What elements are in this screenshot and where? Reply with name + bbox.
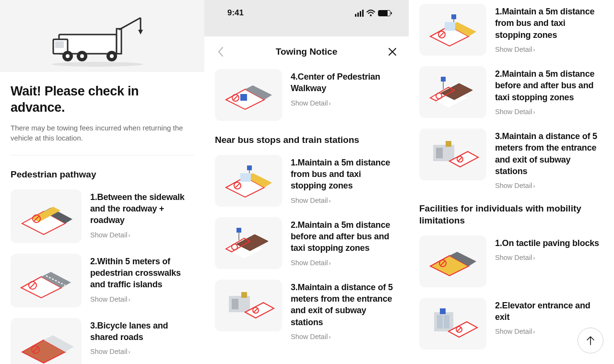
- chevron-right-icon: ›: [329, 334, 331, 341]
- svg-rect-34: [247, 165, 252, 170]
- item-title: 1.Maintain a 5m distance from bus and ta…: [495, 6, 602, 41]
- close-button[interactable]: [386, 45, 399, 59]
- svg-rect-29: [240, 94, 247, 101]
- chevron-right-icon: ›: [533, 183, 535, 189]
- svg-rect-65: [436, 148, 443, 158]
- show-detail-link[interactable]: Show Detail›: [495, 254, 602, 261]
- show-detail-link[interactable]: Show Detail›: [291, 99, 398, 107]
- chevron-right-icon: ›: [533, 329, 535, 335]
- svg-rect-41: [236, 228, 241, 233]
- hero-illustration: [0, 0, 204, 72]
- show-detail-link[interactable]: Show Detail›: [90, 348, 194, 355]
- chevron-right-icon: ›: [533, 255, 535, 261]
- chevron-right-icon: ›: [533, 47, 535, 53]
- section-title-bus: Near bus stops and train stations: [215, 134, 398, 146]
- thumbnail: [215, 155, 282, 207]
- chevron-right-icon: ›: [329, 100, 331, 107]
- show-detail-link[interactable]: Show Detail›: [90, 231, 194, 239]
- svg-point-11: [110, 54, 114, 58]
- thumbnail: [11, 189, 82, 243]
- item-title: 2.Maintain a 5m distance before and afte…: [495, 68, 602, 103]
- thumbnail: [11, 318, 82, 364]
- show-detail-link[interactable]: Show Detail›: [291, 259, 398, 267]
- item-title: 1.Between the sidewalk and the roadway +…: [90, 191, 194, 226]
- arrow-up-icon: [586, 335, 595, 346]
- wifi-icon: [366, 10, 375, 16]
- chevron-right-icon: ›: [533, 109, 535, 116]
- list-item[interactable]: 1.Maintain a 5m distance from bus and ta…: [419, 4, 602, 56]
- chevron-left-icon: [217, 47, 224, 57]
- navbar: Towing Notice: [204, 38, 409, 69]
- thumbnail: [419, 4, 486, 56]
- svg-rect-46: [232, 299, 238, 309]
- list-item[interactable]: 2.Maintain a 5m distance before and afte…: [215, 217, 398, 269]
- list-item[interactable]: 2.Elevator entrance and exit Show Detail…: [419, 298, 602, 350]
- status-time: 9:41: [227, 8, 244, 18]
- list-item[interactable]: 1.Between the sidewalk and the roadway +…: [11, 189, 194, 243]
- item-title: 1.On tactile paving blocks: [495, 237, 602, 249]
- svg-point-9: [80, 54, 84, 58]
- svg-rect-60: [441, 77, 446, 82]
- svg-rect-2: [55, 41, 64, 48]
- close-icon: [388, 47, 397, 56]
- svg-rect-3: [117, 29, 121, 54]
- chevron-right-icon: ›: [329, 260, 331, 267]
- svg-rect-55: [445, 22, 455, 31]
- svg-rect-75: [437, 315, 443, 329]
- thumbnail: [215, 69, 282, 121]
- item-title: 3.Bicycle lanes and shared roads: [90, 320, 194, 343]
- item-title: 1.Maintain a 5m distance from bus and ta…: [291, 157, 398, 192]
- list-item[interactable]: 4.Center of Pedestrian Walkway Show Deta…: [215, 69, 398, 121]
- show-detail-link[interactable]: Show Detail›: [90, 295, 194, 303]
- thumbnail: [419, 235, 486, 287]
- item-title: 2.Within 5 meters of pedestrian crosswal…: [90, 256, 194, 291]
- svg-rect-53: [451, 14, 456, 19]
- list-item[interactable]: 2.Within 5 meters of pedestrian crosswal…: [11, 254, 194, 307]
- item-title: 2.Maintain a 5m distance before and afte…: [291, 219, 398, 254]
- item-title: 3.Maintain a distance of 5 meters from t…: [291, 282, 398, 328]
- navbar-title: Towing Notice: [276, 47, 337, 57]
- thumbnail: [215, 280, 282, 331]
- show-detail-link[interactable]: Show Detail›: [291, 197, 398, 204]
- show-detail-link[interactable]: Show Detail›: [291, 333, 398, 341]
- item-title: 3.Maintain a distance of 5 meters from t…: [495, 130, 602, 177]
- status-bar: 9:41: [204, 0, 409, 26]
- list-item[interactable]: 3.Maintain a distance of 5 meters from t…: [419, 129, 602, 189]
- list-item[interactable]: 3.Bicycle lanes and shared roads Show De…: [11, 318, 194, 364]
- svg-rect-66: [446, 141, 451, 147]
- thumbnail: [419, 298, 486, 350]
- chevron-right-icon: ›: [128, 296, 130, 303]
- svg-rect-77: [440, 308, 446, 314]
- list-item[interactable]: 3.Maintain a distance of 5 meters from t…: [215, 280, 398, 341]
- show-detail-link[interactable]: Show Detail›: [495, 46, 602, 53]
- show-detail-link[interactable]: Show Detail›: [495, 108, 602, 116]
- page-title: Wait! Please check in advance.: [11, 83, 194, 116]
- list-item[interactable]: 1.Maintain a 5m distance from bus and ta…: [215, 155, 398, 207]
- thumbnail: [419, 129, 486, 180]
- thumbnail: [11, 254, 82, 307]
- thumbnail: [419, 66, 486, 118]
- chevron-right-icon: ›: [128, 232, 130, 239]
- scroll-to-top-button[interactable]: [578, 328, 603, 353]
- item-title: 4.Center of Pedestrian Walkway: [291, 71, 398, 94]
- show-detail-link[interactable]: Show Detail›: [495, 182, 602, 189]
- svg-rect-36: [240, 173, 251, 182]
- list-item[interactable]: 2.Maintain a 5m distance before and afte…: [419, 66, 602, 118]
- section-title-pedestrian: Pedestrian pathway: [11, 169, 194, 181]
- section-title-mobility: Facilities for individuals with mobility…: [419, 203, 602, 226]
- thumbnail: [215, 217, 282, 269]
- back-button[interactable]: [214, 45, 227, 59]
- svg-point-12: [52, 62, 143, 67]
- page-subtitle: There may be towing fees incurred when r…: [11, 123, 194, 144]
- chevron-right-icon: ›: [329, 198, 331, 204]
- svg-line-4: [119, 18, 141, 30]
- chevron-right-icon: ›: [128, 349, 130, 355]
- svg-point-7: [66, 54, 70, 58]
- item-title: 2.Elevator entrance and exit: [495, 300, 602, 323]
- divider: [11, 155, 194, 155]
- battery-icon: [378, 10, 390, 16]
- cellular-signal-icon: [355, 10, 364, 17]
- svg-rect-47: [241, 292, 247, 298]
- svg-rect-76: [444, 315, 449, 329]
- list-item[interactable]: 1.On tactile paving blocks Show Detail›: [419, 235, 602, 287]
